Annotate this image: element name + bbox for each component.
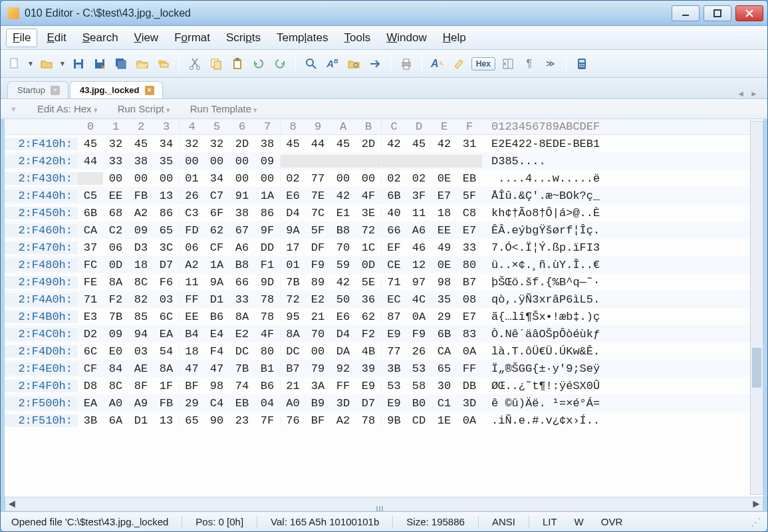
minimize-button[interactable] — [672, 5, 700, 21]
hex-body[interactable]: 2:F410h:4532453432322D384544452D42454231… — [5, 135, 763, 497]
menu-view[interactable]: View — [128, 29, 166, 47]
menu-edit[interactable]: Edit — [40, 29, 72, 47]
hex-row[interactable]: 2:F4B0h:E37B856CEEB68A789521E662870A29E7… — [5, 308, 763, 325]
ascii-cell: E2E422-8EDE-BEB1 — [482, 138, 648, 150]
tab-prev-icon[interactable]: ◄ — [734, 89, 747, 98]
calculator-icon[interactable] — [573, 55, 590, 72]
address-cell: 2:F450h: — [5, 207, 78, 219]
new-file-icon[interactable] — [6, 55, 23, 72]
scroll-left-icon[interactable]: ◄ — [5, 498, 19, 511]
ascii-header: 0123456789ABCDEF — [482, 120, 648, 133]
hex-row[interactable]: 2:F440h:C5EEFB1326C7911AE67E424F6B3FE75F… — [5, 187, 763, 204]
hex-row[interactable]: 2:F500h:EAA0A9FB29C4EB04A0B93DD7E9B0C13D… — [5, 394, 763, 412]
dropdown-arrow-icon[interactable]: ▼ — [27, 60, 34, 67]
replace-icon[interactable]: AB — [324, 55, 341, 72]
ascii-cell: þŠŒö.šf.{%B^q—˜· — [482, 276, 648, 289]
tab-close-icon[interactable]: × — [51, 86, 60, 95]
address-cell: 2:F490h: — [5, 276, 78, 289]
open-folder-icon[interactable] — [134, 55, 151, 72]
svg-rect-1 — [714, 10, 721, 17]
toolbar-separator — [390, 55, 391, 72]
hex-row[interactable]: 2:F4D0h:6CE0035418F4DC80DC00DA4B7726CA0A… — [5, 342, 763, 360]
ascii-cell: Ò.Nê´äâOŠpÔòéùkƒ — [482, 328, 648, 340]
status-ovr[interactable]: OVR — [597, 516, 627, 527]
scroll-right-icon[interactable]: ► — [749, 498, 763, 511]
hex-row[interactable]: 2:F510h:3B6AD1136590237F76BFA2789BCD1E0A… — [5, 412, 763, 429]
hex-row[interactable]: 2:F4E0h:CF84AE8A47477BB1B77992393B5365FF… — [5, 360, 763, 377]
address-cell: 2:F500h: — [5, 397, 78, 410]
folders-icon[interactable] — [155, 55, 172, 72]
menu-tools[interactable]: Tools — [338, 29, 378, 47]
goto-icon[interactable] — [366, 55, 384, 72]
toolbar-separator — [179, 55, 180, 72]
menu-templates[interactable]: Templates — [270, 29, 335, 47]
hex-row[interactable]: 2:F4C0h:D20994EAB4E4E24F8A70D4F2E9F96B83… — [5, 325, 763, 342]
tab-startup[interactable]: Startup × — [7, 81, 68, 98]
hex-row[interactable]: 2:F470h:3706D33C06CFA6DD17DF701CEF464933… — [5, 239, 763, 256]
menu-search[interactable]: Search — [76, 29, 125, 47]
dropdown-arrow-icon[interactable]: ▼ — [59, 60, 66, 67]
toggle-panel-icon[interactable] — [499, 55, 517, 72]
hex-row[interactable]: 2:F4A0h:71F28203FFD1337872E25036EC4C3508… — [5, 291, 763, 308]
hex-row[interactable]: 2:F480h:FC0D18D7A21AB8F101F9590DCE120E80… — [5, 256, 763, 273]
save-all-icon[interactable] — [112, 55, 130, 72]
copy-icon[interactable] — [207, 55, 225, 72]
ascii-cell: ü..×¢.¸ñ.ùY.Î..€ — [482, 259, 648, 271]
svg-rect-7 — [97, 59, 102, 63]
find-in-files-icon[interactable] — [345, 55, 362, 72]
edit-as-dropdown[interactable]: Edit As: Hex — [37, 103, 98, 114]
save-as-icon[interactable] — [91, 55, 108, 72]
horizontal-scrollbar[interactable]: ◄ ► — [5, 497, 763, 511]
maximize-button[interactable] — [704, 5, 731, 21]
address-cell: 2:F4F0h: — [5, 380, 78, 392]
hex-row[interactable]: 2:F490h:FE8A8CF6119A669D7B89425E719798B7… — [5, 273, 763, 291]
status-encoding[interactable]: ANSI — [488, 516, 519, 527]
menu-format[interactable]: Format — [168, 29, 217, 47]
ascii-cell: ØŒ..¿˜t¶!:ÿéSX0Û — [482, 380, 648, 392]
status-w[interactable]: W — [571, 516, 588, 527]
tab-close-icon[interactable]: × — [145, 86, 154, 95]
undo-icon[interactable] — [250, 55, 267, 72]
svg-point-31 — [583, 66, 584, 67]
ascii-cell: .iÑ.e.#.v¿¢x›Í.. — [482, 414, 648, 427]
cut-icon[interactable] — [186, 55, 203, 72]
hex-row[interactable]: 2:F450h:6B68A286C36F3886D47CE13E401118C8… — [5, 204, 763, 221]
address-cell: 2:F510h: — [5, 414, 78, 427]
font-icon[interactable]: A✎ — [429, 55, 446, 72]
address-cell: 2:F410h: — [5, 138, 78, 150]
hex-row[interactable]: 2:F420h:4433383500000009D385.... — [5, 152, 763, 170]
address-cell: 2:F440h: — [5, 190, 78, 202]
hex-mode-button[interactable]: Hex — [471, 57, 495, 70]
menu-scripts[interactable]: Scripts — [219, 29, 267, 47]
close-button[interactable] — [735, 5, 763, 21]
open-file-icon[interactable] — [38, 55, 55, 72]
print-icon[interactable] — [398, 55, 415, 72]
toolbar-overflow-icon[interactable]: ≫ — [542, 59, 559, 68]
address-cell: 2:F4C0h: — [5, 328, 78, 340]
status-endian[interactable]: LIT — [539, 516, 561, 527]
hex-row[interactable]: 2:F430h:000000013400000277000002020EEB .… — [5, 170, 763, 187]
ascii-cell: Ï„®ŠGG{±·y'9;Seÿ — [482, 362, 648, 375]
save-icon[interactable] — [70, 55, 87, 72]
svg-point-17 — [307, 59, 313, 66]
hex-row[interactable]: 2:F410h:4532453432322D384544452D42454231… — [5, 135, 763, 152]
menu-help[interactable]: Help — [436, 29, 473, 47]
pilcrow-icon[interactable]: ¶ — [521, 55, 538, 72]
options-menu-icon[interactable]: ▼ — [10, 105, 17, 113]
ascii-cell: ÊÂ.eýbgŸšørf¦Îç. — [482, 224, 648, 237]
run-template-dropdown[interactable]: Run Template — [190, 103, 257, 114]
tab-next-icon[interactable]: ► — [747, 89, 761, 98]
redo-icon[interactable] — [271, 55, 289, 72]
highlight-icon[interactable] — [450, 55, 467, 72]
menu-file[interactable]: File — [6, 29, 37, 47]
run-script-dropdown[interactable]: Run Script — [118, 103, 170, 114]
vertical-scrollbar[interactable] — [750, 121, 763, 495]
find-icon[interactable] — [303, 55, 320, 72]
hex-row[interactable]: 2:F460h:CAC20965FD62679F9A5FB87266A6EEE7… — [5, 221, 763, 239]
resize-grip-icon[interactable]: ⋰ — [751, 516, 761, 528]
hex-column-header: 0123456789ABCDEF 0123456789ABCDEF — [5, 119, 763, 135]
hex-row[interactable]: 2:F4F0h:D88C8F1FBF9874B6213AFFE9535830DB… — [5, 377, 763, 394]
menu-window[interactable]: Window — [380, 29, 433, 47]
tab-file-active[interactable]: 43.jpg._locked × — [70, 81, 163, 98]
paste-icon[interactable] — [229, 55, 246, 72]
